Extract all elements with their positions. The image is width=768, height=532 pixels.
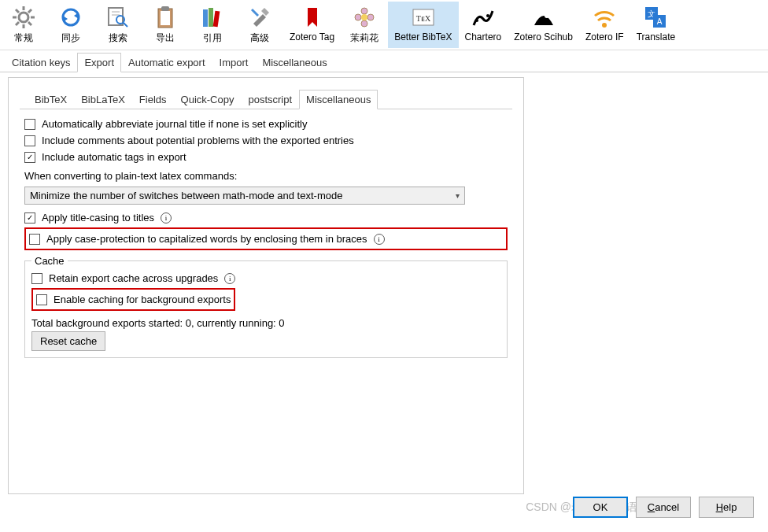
option-autotags[interactable]: ✓ Include automatic tags in export xyxy=(24,149,508,165)
option-titlecase[interactable]: ✓ Apply title-casing to titles i xyxy=(24,209,508,226)
toolbar-clipboard[interactable]: 导出 xyxy=(142,2,189,48)
toolbar-label: Zotero Scihub xyxy=(514,31,573,42)
info-icon[interactable]: i xyxy=(374,234,385,245)
cache-status: Total background exports started: 0, cur… xyxy=(31,312,500,331)
chart-icon xyxy=(471,5,496,30)
toolbar-bookmark[interactable]: Zotero Tag xyxy=(283,2,341,48)
tex-icon: TᴇX xyxy=(411,5,436,30)
highlight-caseprotect: Apply case-protection to capitalized wor… xyxy=(24,227,508,250)
tab-export[interactable]: Export xyxy=(77,53,121,72)
subtab-postscript[interactable]: postscript xyxy=(241,90,299,109)
toolbar-label: Translate xyxy=(637,31,676,42)
info-icon[interactable]: i xyxy=(161,212,172,224)
toolbar-chart[interactable]: Chartero xyxy=(459,2,508,48)
option-bgexport[interactable]: Enable caching for background exports xyxy=(36,291,231,308)
svg-line-6 xyxy=(28,22,31,25)
svg-line-5 xyxy=(16,9,19,13)
option-caseprotect[interactable]: Apply case-protection to capitalized wor… xyxy=(29,231,503,247)
books-icon xyxy=(200,5,225,30)
label-autotags: Include automatic tags in export xyxy=(42,151,186,163)
help-button[interactable]: Help xyxy=(699,497,754,518)
toolbar-translate[interactable]: 文ATranslate xyxy=(630,2,682,48)
info-icon[interactable]: i xyxy=(224,273,235,284)
label-retain: Retain export cache across upgrades xyxy=(49,272,218,284)
toolbar-wifi[interactable]: Zotero IF xyxy=(579,2,630,48)
svg-text:TᴇX: TᴇX xyxy=(416,14,431,23)
cache-group: Cache Retain export cache across upgrade… xyxy=(24,255,508,358)
highlight-bgexport: Enable caching for background exports xyxy=(31,288,235,311)
chevron-down-icon: ▾ xyxy=(456,191,460,200)
sub-tabs: BibTeXBibLaTeXFieldsQuick-Copypostscript… xyxy=(20,89,512,109)
label-bgexport: Enable caching for background exports xyxy=(54,294,231,305)
svg-point-31 xyxy=(486,14,489,17)
svg-point-25 xyxy=(361,20,367,27)
cancel-button[interactable]: Cancel xyxy=(636,497,691,518)
wifi-icon xyxy=(592,5,617,30)
cache-legend: Cache xyxy=(31,255,68,267)
checkbox-caseprotect[interactable] xyxy=(29,234,40,245)
bookmark-icon xyxy=(300,5,325,30)
label-caseprotect: Apply case-protection to capitalized wor… xyxy=(46,233,367,245)
toolbar-flower[interactable]: 茉莉花 xyxy=(341,2,388,48)
svg-line-8 xyxy=(28,9,31,13)
option-comments[interactable]: Include comments about potential problem… xyxy=(24,132,508,149)
svg-rect-17 xyxy=(161,11,170,25)
subtab-quick-copy[interactable]: Quick-Copy xyxy=(174,90,242,109)
toolbar-label: 引用 xyxy=(203,31,222,45)
checkbox-abbrev[interactable] xyxy=(24,119,35,130)
scihub-icon xyxy=(531,5,556,30)
flower-icon xyxy=(352,5,377,30)
label-abbrev: Automatically abbreviate journal title i… xyxy=(42,118,307,130)
svg-rect-20 xyxy=(209,8,213,27)
convert-dropdown[interactable]: Minimize the number of switches between … xyxy=(24,187,465,205)
checkbox-comments[interactable] xyxy=(24,135,35,146)
toolbar-sync[interactable]: 同步 xyxy=(47,2,94,48)
svg-text:A: A xyxy=(657,17,663,26)
option-retain[interactable]: Retain export cache across upgrades i xyxy=(31,270,500,286)
toolbar-gear[interactable]: 常规 xyxy=(0,2,47,48)
translate-icon: 文A xyxy=(643,5,668,30)
svg-point-32 xyxy=(545,13,549,18)
toolbar-search[interactable]: 搜索 xyxy=(94,2,142,48)
toolbar-label: 搜索 xyxy=(109,31,127,45)
toolbar-label: 高级 xyxy=(250,31,269,45)
toolbar-tools[interactable]: 高级 xyxy=(236,2,283,48)
checkbox-bgexport[interactable] xyxy=(36,294,47,305)
subtab-biblatex[interactable]: BibLaTeX xyxy=(74,90,132,109)
svg-line-22 xyxy=(252,9,258,16)
subtab-bibtex[interactable]: BibTeX xyxy=(28,90,74,109)
option-abbrev[interactable]: Automatically abbreviate journal title i… xyxy=(24,116,508,132)
toolbar-scihub[interactable]: Zotero Scihub xyxy=(508,2,579,48)
checkbox-autotags[interactable]: ✓ xyxy=(24,152,35,163)
subtab-miscellaneous[interactable]: Miscellaneous xyxy=(299,90,378,109)
checkbox-retain[interactable] xyxy=(31,273,42,284)
toolbar-label: 茉莉花 xyxy=(350,31,378,45)
dropdown-value: Minimize the number of switches between … xyxy=(30,190,342,201)
svg-rect-19 xyxy=(203,9,208,27)
toolbar-label: Chartero xyxy=(465,31,502,42)
checkbox-titlecase[interactable]: ✓ xyxy=(24,212,35,224)
toolbar: 常规同步搜索导出引用高级Zotero Tag茉莉花TᴇXBetter BibTe… xyxy=(0,0,768,50)
toolbar-label: 同步 xyxy=(61,31,80,45)
tab-miscellaneous[interactable]: Miscellaneous xyxy=(255,53,334,72)
toolbar-books[interactable]: 引用 xyxy=(189,2,236,48)
ok-button[interactable]: OK xyxy=(573,497,628,518)
svg-point-24 xyxy=(367,14,374,20)
svg-point-30 xyxy=(475,19,478,22)
reset-cache-button[interactable]: Reset cache xyxy=(31,331,105,351)
subtab-fields[interactable]: Fields xyxy=(132,90,174,109)
dialog-buttons: OK Cancel Help xyxy=(573,497,754,518)
svg-line-15 xyxy=(124,23,127,27)
svg-point-27 xyxy=(361,14,367,20)
search-icon xyxy=(105,5,131,30)
svg-point-0 xyxy=(19,13,28,22)
label-comments: Include comments about potential problem… xyxy=(42,135,354,146)
toolbar-label: 导出 xyxy=(156,31,175,45)
tab-citation-keys[interactable]: Citation keys xyxy=(5,53,77,72)
svg-point-33 xyxy=(602,23,607,28)
label-titlecase: Apply title-casing to titles xyxy=(42,212,154,224)
svg-point-23 xyxy=(361,8,367,14)
tab-automatic-export[interactable]: Automatic export xyxy=(121,53,212,72)
toolbar-tex[interactable]: TᴇXBetter BibTeX xyxy=(388,2,458,48)
tab-import[interactable]: Import xyxy=(212,53,256,72)
